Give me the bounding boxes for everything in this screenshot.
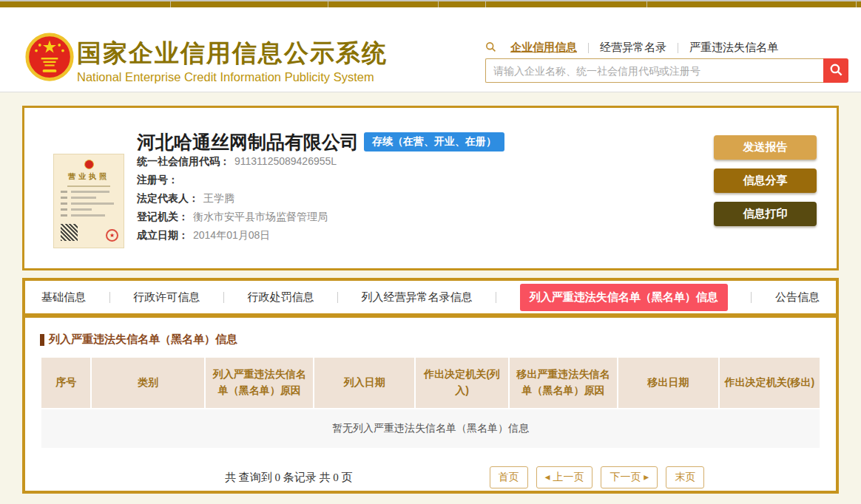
field-label: 统一社会信用代码： (137, 155, 230, 167)
tab-administrative-license[interactable]: 行政许可信息 (133, 290, 200, 304)
share-info-button[interactable]: 信息分享 (714, 168, 817, 193)
company-fields: 统一社会信用代码：91131125089426955L 注册号： 法定代表人：王… (137, 155, 337, 248)
section-title-bar-icon (40, 334, 44, 346)
field-registration-number: 注册号： (137, 174, 337, 192)
field-label: 成立日期： (137, 229, 189, 241)
license-text-line (61, 191, 117, 193)
search-button-icon (829, 63, 843, 79)
field-credit-code: 统一社会信用代码：91131125089426955L (137, 155, 337, 174)
company-name: 河北哈通丝网制品有限公司 (137, 130, 359, 154)
field-label: 法定代表人： (137, 192, 199, 204)
nav-divider (588, 43, 589, 53)
section-title-row: 列入严重违法失信名单（黑名单）信息 (40, 333, 821, 347)
col-deciding-authority-out: 作出决定机关(移出) (720, 358, 820, 408)
next-page-button[interactable]: 下一页 ▸ (601, 466, 658, 488)
national-emblem-logo (24, 31, 75, 84)
tab-divider (109, 292, 110, 303)
tab-content: 列入严重违法失信名单（黑名单）信息 序号 类别 列入严重违法失信名单（黑名单）原… (25, 318, 836, 488)
field-legal-representative: 法定代表人：王学腾 (137, 192, 337, 211)
license-emblem-icon (84, 160, 94, 169)
blacklist-table: 序号 类别 列入严重违法失信名单（黑名单）原因 列入日期 作出决定机关(列入) … (40, 356, 821, 449)
search-input[interactable] (485, 58, 823, 83)
empty-message: 暂无列入严重违法失信名单（黑名单）信息 (41, 409, 820, 448)
field-value: 2014年01月08日 (193, 229, 270, 241)
company-action-buttons: 发送报告 信息分享 信息打印 (714, 135, 817, 226)
page: 国家企业信用信息公示系统 National Enterprise Credit … (0, 0, 861, 504)
site-header: 国家企业信用信息公示系统 National Enterprise Credit … (0, 7, 861, 92)
first-page-button[interactable]: 首页 (490, 466, 528, 488)
col-removal-reason: 移出严重违法失信名单（黑名单）原因 (510, 358, 617, 408)
search-button[interactable] (823, 58, 848, 83)
col-inclusion-date: 列入日期 (314, 358, 414, 408)
top-gold-bar (0, 0, 861, 7)
nav-link-serious-violations[interactable]: 严重违法失信名单 (689, 41, 778, 55)
col-serial-number: 序号 (41, 358, 90, 408)
field-value: 王学腾 (203, 192, 234, 204)
tab-divider (496, 292, 496, 303)
col-category: 类别 (92, 358, 204, 408)
license-text-line (61, 208, 117, 211)
tab-announcements[interactable]: 公告信息 (775, 290, 820, 304)
col-removal-date: 移出日期 (618, 358, 718, 408)
tab-blacklist-active[interactable]: 列入严重违法失信名单（黑名单）信息 (520, 284, 728, 311)
nav-link-enterprise-credit[interactable]: 企业信用信息 (510, 41, 577, 55)
license-text-line (61, 197, 117, 199)
detail-card: 基础信息 行政许可信息 行政处罚信息 列入经营异常名录信息 列入严重违法失信名单… (22, 278, 839, 494)
pagination-buttons: 首页 ◂ 上一页 下一页 ▸ 末页 (490, 466, 705, 488)
table-header-row: 序号 类别 列入严重违法失信名单（黑名单）原因 列入日期 作出决定机关(列入) … (41, 358, 820, 408)
col-inclusion-reason: 列入严重违法失信名单（黑名单）原因 (206, 358, 313, 408)
tab-divider (751, 292, 752, 303)
tab-divider (337, 292, 338, 303)
field-value: 衡水市安平县市场监督管理局 (193, 211, 328, 222)
pagination-summary: 共 查询到 0 条记录 共 0 页 (225, 471, 353, 485)
business-license-image[interactable]: 营业执照 ★ (53, 154, 124, 248)
tab-abnormal-operations[interactable]: 列入经营异常名录信息 (362, 290, 473, 304)
license-title: 营业执照 (54, 171, 124, 182)
site-title: 国家企业信用信息公示系统 (77, 37, 388, 70)
site-subtitle: National Enterprise Credit Information P… (77, 70, 374, 84)
license-text-line (61, 202, 117, 205)
header-nav: 企业信用信息 经营异常名录 严重违法失信名单 (485, 41, 778, 55)
nav-divider (678, 43, 678, 53)
field-value: 91131125089426955L (234, 155, 337, 167)
license-red-seal: ★ (106, 229, 118, 242)
company-info-card: 营业执照 ★ 河北哈通丝网制品有限公司 存续（在营、开业、在册） 统一社会信用代… (22, 106, 839, 270)
field-label: 登记机关： (137, 211, 189, 222)
tab-bar: 基础信息 行政许可信息 行政处罚信息 列入经营异常名录信息 列入严重违法失信名单… (25, 281, 836, 318)
prev-page-button[interactable]: ◂ 上一页 (536, 466, 593, 488)
print-info-button[interactable]: 信息打印 (714, 202, 817, 226)
pagination: 共 查询到 0 条记录 共 0 页 首页 ◂ 上一页 下一页 ▸ 末页 (40, 466, 821, 488)
search-bar (485, 58, 848, 83)
license-qr-code (61, 224, 78, 241)
col-deciding-authority-in: 作出决定机关(列入) (416, 358, 508, 408)
field-registration-authority: 登记机关：衡水市安平县市场监督管理局 (137, 211, 337, 229)
field-label: 注册号： (137, 174, 178, 185)
field-establishment-date: 成立日期：2014年01月08日 (137, 229, 337, 248)
tab-basic-info[interactable]: 基础信息 (41, 290, 86, 304)
license-text-line (61, 214, 117, 217)
search-icon (485, 41, 496, 55)
tab-administrative-penalty[interactable]: 行政处罚信息 (247, 290, 314, 304)
license-decoration (67, 185, 110, 187)
nav-link-abnormal-operations[interactable]: 经营异常名录 (600, 41, 666, 55)
company-status-badge: 存续（在营、开业、在册） (364, 132, 504, 151)
tab-divider (223, 292, 224, 303)
last-page-button[interactable]: 末页 (666, 466, 704, 488)
table-empty-row: 暂无列入严重违法失信名单（黑名单）信息 (41, 409, 820, 448)
send-report-button[interactable]: 发送报告 (714, 135, 817, 160)
section-title: 列入严重违法失信名单（黑名单）信息 (49, 333, 237, 347)
